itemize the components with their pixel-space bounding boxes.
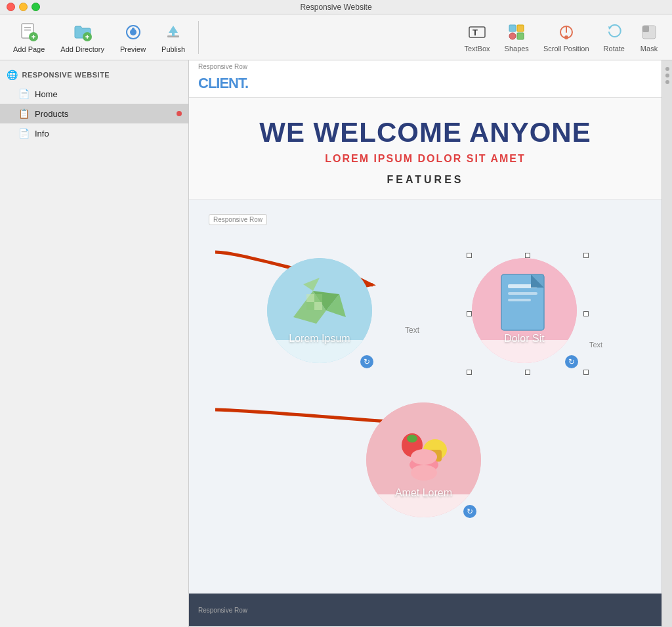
right-toolbar: T TextBox Shapes — [457, 18, 665, 56]
close-button[interactable] — [7, 3, 15, 11]
right-panel-dot3 — [665, 80, 669, 84]
main-layout: 🌐 RESPONSIVE WEBSITE 📄 Home 📋 Products 📄… — [0, 60, 672, 627]
features-row: Responsive Row — [189, 200, 662, 594]
product-circle-1: Lorem Ipsum — [267, 258, 372, 363]
mask-icon — [639, 22, 659, 42]
sidebar-label-products: Products — [35, 109, 68, 119]
textbox-label: TextBox — [464, 45, 490, 53]
text-badge: Text — [405, 326, 419, 335]
textbox-button[interactable]: T TextBox — [457, 18, 496, 56]
sidebar: 🌐 RESPONSIVE WEBSITE 📄 Home 📋 Products 📄… — [0, 60, 189, 627]
shapes-icon — [507, 22, 526, 42]
product-card-3[interactable]: Amet Lorem ↻ — [366, 402, 484, 521]
product1-link-icon[interactable]: ↻ — [360, 355, 373, 368]
svg-rect-33 — [306, 294, 314, 302]
svg-rect-8 — [87, 35, 88, 39]
svg-text:T: T — [472, 28, 478, 37]
product3-label: Amet Lorem — [366, 487, 481, 499]
svg-point-53 — [411, 465, 437, 481]
svg-point-48 — [407, 435, 417, 443]
products-row2: Amet Lorem ↻ — [209, 402, 642, 521]
sidebar-label-info: Info — [35, 129, 49, 139]
toolbar-divider — [198, 21, 199, 54]
handle-lm[interactable] — [467, 311, 472, 316]
products-dot — [177, 111, 182, 116]
svg-point-23 — [564, 35, 568, 39]
sidebar-label-home: Home — [35, 89, 58, 99]
bottom-row: Responsive Row — [189, 594, 662, 626]
page-icon-info: 📄 — [18, 128, 30, 139]
shapes-label: Shapes — [505, 45, 529, 53]
mask-button[interactable]: Mask — [633, 18, 665, 56]
title-bar: Responsive Website — [0, 0, 672, 14]
svg-rect-1 — [24, 27, 31, 28]
add-page-icon — [18, 22, 39, 43]
preview-icon — [123, 22, 144, 43]
features-heading: FEATURES — [202, 174, 648, 186]
add-directory-button[interactable]: Add Directory — [54, 18, 111, 57]
handle-bl[interactable] — [467, 370, 472, 375]
right-panel-dot2 — [665, 74, 669, 77]
svg-rect-17 — [509, 25, 516, 32]
shapes-button[interactable]: Shapes — [498, 18, 536, 56]
product1-label: Lorem Ipsum — [267, 333, 372, 345]
svg-rect-26 — [642, 26, 649, 32]
text-badge-float: Text — [589, 341, 602, 349]
maximize-button[interactable] — [32, 3, 40, 11]
rotate-label: Rotate — [604, 45, 625, 53]
window-title: Responsive Website — [300, 3, 371, 12]
sidebar-item-products[interactable]: 📋 Products — [0, 104, 188, 123]
svg-rect-14 — [172, 32, 175, 36]
client-logo-text: CLIENT — [198, 75, 245, 91]
svg-point-52 — [411, 449, 437, 465]
sidebar-header: 🌐 RESPONSIVE WEBSITE — [0, 66, 188, 84]
mask-label: Mask — [640, 45, 658, 53]
svg-rect-2 — [24, 30, 31, 31]
product3-link-icon[interactable]: ↻ — [463, 505, 476, 518]
add-page-label: Add Page — [13, 45, 45, 53]
sidebar-item-info[interactable]: 📄 Info — [0, 123, 188, 143]
product2-link-icon[interactable]: ↻ — [565, 355, 578, 368]
responsive-row-tag: Responsive Row — [209, 214, 267, 225]
sidebar-section: 🌐 RESPONSIVE WEBSITE 📄 Home 📋 Products 📄… — [0, 60, 188, 148]
handle-tl[interactable] — [467, 253, 472, 258]
page-icon-home: 📄 — [18, 89, 30, 99]
handle-br[interactable] — [583, 370, 589, 375]
sidebar-item-home[interactable]: 📄 Home — [0, 84, 188, 104]
product-card-2[interactable]: Dolor Sit ↻ — [472, 258, 583, 370]
hero-title: WE WELCOME ANYONE — [202, 118, 648, 148]
handle-tr[interactable] — [583, 253, 589, 258]
product-card-1[interactable]: Lorem Ipsum ↻ — [267, 258, 379, 370]
handle-tm[interactable] — [525, 253, 530, 258]
handle-bm[interactable] — [525, 370, 530, 375]
svg-rect-36 — [314, 302, 322, 310]
handle-rm[interactable] — [583, 311, 589, 316]
window-controls[interactable] — [7, 3, 40, 11]
svg-point-11 — [132, 28, 135, 30]
add-directory-label: Add Directory — [60, 45, 104, 53]
products-row1: Lorem Ipsum ↻ Text — [209, 238, 642, 370]
svg-rect-19 — [509, 33, 516, 39]
publish-button[interactable]: Publish — [155, 18, 192, 57]
add-directory-icon — [72, 22, 93, 43]
canvas-area[interactable]: Responsive Row CLIENT. WE WELCOME ANYONE… — [189, 60, 662, 627]
header-responsive-label: Responsive Row — [198, 63, 247, 70]
svg-rect-20 — [517, 33, 524, 39]
rotate-button[interactable]: Rotate — [597, 18, 631, 56]
product2-label: Dolor Sit — [472, 333, 577, 345]
preview-button[interactable]: Preview — [114, 18, 152, 57]
scroll-position-icon — [556, 22, 576, 42]
scroll-position-label: Scroll Position — [543, 45, 589, 53]
header-row: Responsive Row CLIENT. — [189, 60, 662, 98]
sidebar-section-label: RESPONSIVE WEBSITE — [22, 71, 110, 79]
textbox-icon: T — [467, 22, 487, 42]
scroll-position-button[interactable]: Scroll Position — [537, 18, 596, 56]
svg-rect-34 — [314, 294, 322, 302]
add-page-button[interactable]: Add Page — [7, 18, 51, 57]
bottom-responsive-label: Responsive Row — [198, 607, 247, 614]
minimize-button[interactable] — [19, 3, 28, 11]
svg-rect-35 — [306, 302, 314, 310]
publish-icon — [163, 22, 184, 43]
page-icon-products: 📋 — [18, 108, 30, 119]
website-canvas: Responsive Row CLIENT. WE WELCOME ANYONE… — [189, 60, 662, 627]
